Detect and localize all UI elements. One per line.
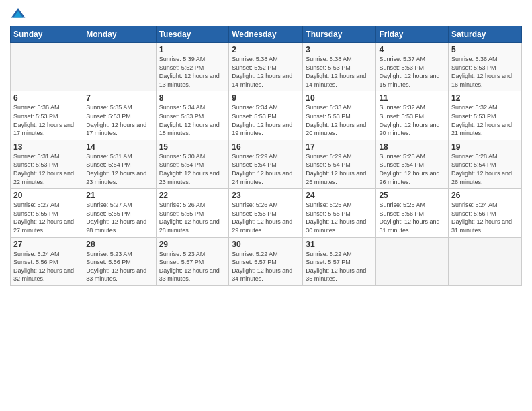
day-info: Sunrise: 5:27 AM Sunset: 5:55 PM Dayligh… <box>86 201 152 234</box>
day-number: 28 <box>86 240 152 249</box>
calendar-cell: 22Sunrise: 5:26 AM Sunset: 5:55 PM Dayli… <box>156 189 229 237</box>
day-header-saturday: Saturday <box>449 26 522 43</box>
day-number: 12 <box>451 93 519 103</box>
day-number: 2 <box>232 45 300 54</box>
calendar-header-row: SundayMondayTuesdayWednesdayThursdayFrid… <box>11 26 522 43</box>
day-info: Sunrise: 5:24 AM Sunset: 5:56 PM Dayligh… <box>451 201 519 234</box>
calendar-cell: 6Sunrise: 5:36 AM Sunset: 5:53 PM Daylig… <box>11 91 83 140</box>
day-number: 4 <box>379 45 445 54</box>
day-header-monday: Monday <box>83 26 156 43</box>
calendar-week-5: 27Sunrise: 5:24 AM Sunset: 5:56 PM Dayli… <box>11 237 522 285</box>
logo-icon <box>10 7 26 20</box>
day-info: Sunrise: 5:29 AM Sunset: 5:54 PM Dayligh… <box>232 152 300 186</box>
calendar-cell: 9Sunrise: 5:34 AM Sunset: 5:53 PM Daylig… <box>229 91 303 140</box>
day-number: 5 <box>451 45 519 54</box>
day-number: 10 <box>306 93 373 103</box>
page: SundayMondayTuesdayWednesdayThursdayFrid… <box>0 0 532 411</box>
day-info: Sunrise: 5:27 AM Sunset: 5:55 PM Dayligh… <box>13 201 80 234</box>
calendar-cell <box>11 43 83 91</box>
day-header-friday: Friday <box>376 26 449 43</box>
day-number: 25 <box>379 191 445 200</box>
day-header-sunday: Sunday <box>11 26 83 43</box>
calendar-cell: 7Sunrise: 5:35 AM Sunset: 5:53 PM Daylig… <box>83 91 156 140</box>
day-number: 27 <box>13 240 80 249</box>
day-info: Sunrise: 5:22 AM Sunset: 5:57 PM Dayligh… <box>306 250 373 283</box>
day-header-wednesday: Wednesday <box>229 26 303 43</box>
day-info: Sunrise: 5:22 AM Sunset: 5:57 PM Dayligh… <box>232 250 300 283</box>
day-info: Sunrise: 5:23 AM Sunset: 5:57 PM Dayligh… <box>159 250 226 283</box>
calendar-week-1: 1Sunrise: 5:39 AM Sunset: 5:52 PM Daylig… <box>11 43 522 91</box>
day-number: 1 <box>159 45 226 54</box>
calendar-table: SundayMondayTuesdayWednesdayThursdayFrid… <box>10 26 522 286</box>
day-info: Sunrise: 5:29 AM Sunset: 5:54 PM Dayligh… <box>306 152 373 186</box>
day-number: 14 <box>86 142 152 152</box>
day-number: 30 <box>232 240 300 249</box>
calendar-cell: 1Sunrise: 5:39 AM Sunset: 5:52 PM Daylig… <box>156 43 229 91</box>
day-info: Sunrise: 5:26 AM Sunset: 5:55 PM Dayligh… <box>232 201 300 234</box>
day-info: Sunrise: 5:33 AM Sunset: 5:53 PM Dayligh… <box>306 103 373 137</box>
day-info: Sunrise: 5:28 AM Sunset: 5:54 PM Dayligh… <box>379 152 445 186</box>
day-number: 13 <box>13 142 80 152</box>
calendar-cell: 14Sunrise: 5:31 AM Sunset: 5:54 PM Dayli… <box>83 140 156 188</box>
day-info: Sunrise: 5:34 AM Sunset: 5:53 PM Dayligh… <box>232 103 300 137</box>
day-number: 18 <box>379 142 445 152</box>
calendar-cell: 28Sunrise: 5:23 AM Sunset: 5:56 PM Dayli… <box>83 237 156 285</box>
day-info: Sunrise: 5:39 AM Sunset: 5:52 PM Dayligh… <box>159 55 226 89</box>
day-number: 7 <box>86 93 152 103</box>
calendar-cell <box>449 237 522 285</box>
day-info: Sunrise: 5:38 AM Sunset: 5:53 PM Dayligh… <box>306 55 373 89</box>
day-info: Sunrise: 5:32 AM Sunset: 5:53 PM Dayligh… <box>451 103 519 137</box>
calendar-cell: 26Sunrise: 5:24 AM Sunset: 5:56 PM Dayli… <box>449 189 522 237</box>
day-number: 20 <box>13 191 80 200</box>
day-info: Sunrise: 5:31 AM Sunset: 5:54 PM Dayligh… <box>86 152 152 186</box>
day-number: 26 <box>451 191 519 200</box>
day-number: 11 <box>379 93 445 103</box>
calendar-cell: 24Sunrise: 5:25 AM Sunset: 5:55 PM Dayli… <box>303 189 376 237</box>
calendar-cell <box>376 237 449 285</box>
day-info: Sunrise: 5:28 AM Sunset: 5:54 PM Dayligh… <box>451 152 519 186</box>
calendar-cell: 5Sunrise: 5:36 AM Sunset: 5:53 PM Daylig… <box>449 43 522 91</box>
day-info: Sunrise: 5:25 AM Sunset: 5:55 PM Dayligh… <box>306 201 373 234</box>
calendar-cell: 29Sunrise: 5:23 AM Sunset: 5:57 PM Dayli… <box>156 237 229 285</box>
calendar-cell: 10Sunrise: 5:33 AM Sunset: 5:53 PM Dayli… <box>303 91 376 140</box>
calendar-cell: 17Sunrise: 5:29 AM Sunset: 5:54 PM Dayli… <box>303 140 376 188</box>
day-info: Sunrise: 5:36 AM Sunset: 5:53 PM Dayligh… <box>451 55 519 89</box>
day-info: Sunrise: 5:30 AM Sunset: 5:54 PM Dayligh… <box>159 152 226 186</box>
day-number: 19 <box>451 142 519 152</box>
day-number: 6 <box>13 93 80 103</box>
calendar-cell: 27Sunrise: 5:24 AM Sunset: 5:56 PM Dayli… <box>11 237 83 285</box>
calendar-cell: 19Sunrise: 5:28 AM Sunset: 5:54 PM Dayli… <box>449 140 522 188</box>
day-header-thursday: Thursday <box>303 26 376 43</box>
day-info: Sunrise: 5:35 AM Sunset: 5:53 PM Dayligh… <box>86 103 152 137</box>
day-number: 17 <box>306 142 373 152</box>
calendar-cell: 3Sunrise: 5:38 AM Sunset: 5:53 PM Daylig… <box>303 43 376 91</box>
day-info: Sunrise: 5:24 AM Sunset: 5:56 PM Dayligh… <box>13 250 80 283</box>
day-info: Sunrise: 5:31 AM Sunset: 5:53 PM Dayligh… <box>13 152 80 186</box>
calendar-cell: 25Sunrise: 5:25 AM Sunset: 5:56 PM Dayli… <box>376 189 449 237</box>
day-number: 8 <box>159 93 226 103</box>
day-number: 31 <box>306 240 373 249</box>
calendar-cell: 2Sunrise: 5:38 AM Sunset: 5:52 PM Daylig… <box>229 43 303 91</box>
calendar-cell: 18Sunrise: 5:28 AM Sunset: 5:54 PM Dayli… <box>376 140 449 188</box>
calendar-week-2: 6Sunrise: 5:36 AM Sunset: 5:53 PM Daylig… <box>11 91 522 140</box>
calendar-cell: 13Sunrise: 5:31 AM Sunset: 5:53 PM Dayli… <box>11 140 83 188</box>
calendar-cell: 12Sunrise: 5:32 AM Sunset: 5:53 PM Dayli… <box>449 91 522 140</box>
day-number: 3 <box>306 45 373 54</box>
day-number: 15 <box>159 142 226 152</box>
day-header-tuesday: Tuesday <box>156 26 229 43</box>
calendar-cell: 23Sunrise: 5:26 AM Sunset: 5:55 PM Dayli… <box>229 189 303 237</box>
calendar-cell: 20Sunrise: 5:27 AM Sunset: 5:55 PM Dayli… <box>11 189 83 237</box>
logo <box>10 7 29 20</box>
calendar-cell: 11Sunrise: 5:32 AM Sunset: 5:53 PM Dayli… <box>376 91 449 140</box>
day-number: 16 <box>232 142 300 152</box>
calendar-cell <box>83 43 156 91</box>
day-info: Sunrise: 5:37 AM Sunset: 5:53 PM Dayligh… <box>379 55 445 89</box>
header <box>10 7 522 20</box>
day-number: 9 <box>232 93 300 103</box>
day-number: 24 <box>306 191 373 200</box>
calendar-cell: 31Sunrise: 5:22 AM Sunset: 5:57 PM Dayli… <box>303 237 376 285</box>
day-info: Sunrise: 5:25 AM Sunset: 5:56 PM Dayligh… <box>379 201 445 234</box>
day-info: Sunrise: 5:32 AM Sunset: 5:53 PM Dayligh… <box>379 103 445 137</box>
day-number: 29 <box>159 240 226 249</box>
calendar-week-4: 20Sunrise: 5:27 AM Sunset: 5:55 PM Dayli… <box>11 189 522 237</box>
